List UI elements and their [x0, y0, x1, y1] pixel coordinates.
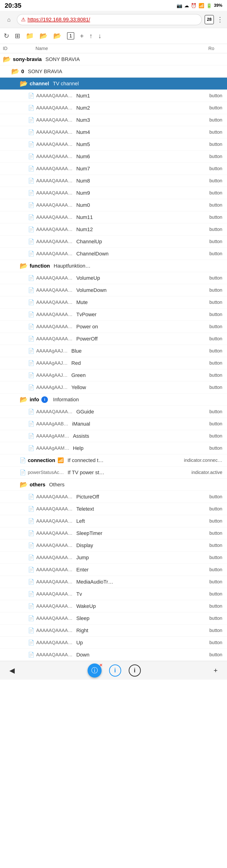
file-desc: Tv: [76, 591, 82, 597]
tree-row[interactable]: 📄AAAAAQAAAA…TvPowerbutton: [0, 309, 227, 321]
file-type: button: [209, 603, 227, 609]
url-bar[interactable]: ⚠ https://192.168.99.33:8081/: [17, 14, 202, 25]
tree-row[interactable]: 📄AAAAAQAAAA…Rightbutton: [0, 624, 227, 637]
tree-row[interactable]: 📄AAAAAgAAM…Assistsbutton: [0, 430, 227, 442]
file-type: button: [209, 166, 227, 171]
file-icon: 📄: [28, 506, 34, 512]
file-desc: VolumeDown: [76, 287, 107, 293]
tree-row[interactable]: 📄AAAAAQAAAA…Num9button: [0, 187, 227, 199]
refresh-button[interactable]: ↻: [4, 32, 9, 40]
file-desc: Right: [76, 627, 88, 633]
tree-row[interactable]: 📄AAAAAQAAAA…Sleepbutton: [0, 612, 227, 624]
warning-icon: ⚠: [21, 17, 26, 23]
home-button[interactable]: ⌂: [4, 14, 14, 25]
active-folder-button[interactable]: 📂: [53, 32, 61, 40]
browser-menu-button[interactable]: ⋮: [217, 16, 223, 23]
tree-row[interactable]: 📄AAAAAQAAAA…WakeUpbutton: [0, 600, 227, 612]
tree-row[interactable]: 📄AAAAAgAAM…Helpbutton: [0, 442, 227, 454]
tree-row[interactable]: 📄AAAAAQAAAA…SleepTimerbutton: [0, 527, 227, 539]
upload-button[interactable]: ↑: [89, 32, 93, 40]
tree-row[interactable]: 📄AAAAAQAAAA…PictureOffbutton: [0, 491, 227, 503]
tree-row[interactable]: 📄AAAAAQAAAA…VolumeDownbutton: [0, 284, 227, 296]
tree-row[interactable]: 📄AAAAAQAAAA…Num7button: [0, 163, 227, 175]
file-label: AAAAAQAAAA…: [36, 579, 73, 585]
file-label: AAAAAQAAAA…: [36, 275, 73, 281]
tree-row[interactable]: 📂functionHauptfunktion…: [0, 260, 227, 272]
file-desc: Num8: [76, 178, 90, 184]
tree-row[interactable]: 📄AAAAAgAAJ…Bluebutton: [0, 345, 227, 357]
tree-row[interactable]: 📄AAAAAQAAAA…Upbutton: [0, 637, 227, 649]
tree-row[interactable]: 📂infoiInformation: [0, 394, 227, 406]
tree-row[interactable]: 📄AAAAAQAAAA…VolumeUpbutton: [0, 272, 227, 284]
file-desc: Display: [76, 542, 93, 549]
grid-button[interactable]: ⊞: [15, 32, 20, 40]
back-button[interactable]: ◀: [9, 666, 15, 675]
tree-row[interactable]: 📄powerStatusAc…If TV power st…indicator.…: [0, 466, 227, 478]
tree-row[interactable]: 📄AAAAAQAAAA…Mutebutton: [0, 296, 227, 309]
tree-row[interactable]: 📄AAAAAQAAAA…Num3button: [0, 114, 227, 126]
tab-count-label: 28: [207, 17, 212, 22]
tree-row[interactable]: 📄AAAAAQAAAA…Enterbutton: [0, 564, 227, 576]
tree-row[interactable]: 📄AAAAAQAAAA…PowerOffbutton: [0, 333, 227, 345]
plus-button[interactable]: +: [214, 666, 218, 675]
tree-row[interactable]: 📂0SONY BRAVIA: [0, 65, 227, 78]
tree-row[interactable]: 📄AAAAAQAAAA…Teletextbutton: [0, 503, 227, 515]
tree-row[interactable]: 📄AAAAAQAAAA…Num1button: [0, 90, 227, 102]
folder-button[interactable]: 📁: [26, 32, 34, 40]
tab-count[interactable]: 28: [204, 15, 214, 24]
file-label: AAAAAgAAJ…: [36, 361, 68, 366]
tree-row[interactable]: 📂sony-braviaSONY BRAVIA: [0, 53, 227, 65]
download-button[interactable]: ↓: [98, 32, 101, 40]
file-type: button: [209, 373, 227, 378]
tree-row[interactable]: 📄AAAAAQAAAA…Power onbutton: [0, 321, 227, 333]
tree-row[interactable]: 📄AAAAAQAAAA…Num2button: [0, 102, 227, 114]
tree-row[interactable]: 📄AAAAAgAAB…iManualbutton: [0, 418, 227, 430]
tree-row[interactable]: 📄AAAAAgAAJ…Yellowbutton: [0, 381, 227, 394]
tree-row[interactable]: 📄AAAAAQAAAA…Num5button: [0, 138, 227, 151]
file-icon: 📄: [28, 348, 34, 354]
file-type: button: [209, 190, 227, 196]
fab-info-button[interactable]: ⓘ ×: [88, 663, 102, 678]
tree-row[interactable]: 📄AAAAAQAAAA…Num0button: [0, 199, 227, 211]
tree-row[interactable]: 📄AAAAAQAAAA…ChannelUpbutton: [0, 236, 227, 248]
url-text: https://192.168.99.33:8081/: [28, 17, 90, 23]
tree-row[interactable]: 📄AAAAAQAAAA…Leftbutton: [0, 515, 227, 527]
file-type: button: [209, 361, 227, 366]
file-type: button: [209, 640, 227, 645]
file-icon: 📄: [28, 542, 34, 549]
file-desc: Enter: [76, 567, 89, 573]
grid-icon: ⊞: [15, 32, 20, 40]
tree-row[interactable]: 📄AAAAAQAAAA…Jumpbutton: [0, 552, 227, 564]
tree-row[interactable]: 📄connection📶If connected t…indicator.con…: [0, 454, 227, 466]
tree-row[interactable]: 📄AAAAAgAAJ…Redbutton: [0, 357, 227, 369]
folder-label: others: [30, 482, 45, 488]
tree-row[interactable]: 📄AAAAAgAAJ…Greenbutton: [0, 369, 227, 381]
tree-row[interactable]: 📂channelTV channel: [0, 78, 227, 90]
file-label: AAAAAQAAAA…: [36, 203, 73, 208]
tree-row[interactable]: 📄AAAAAQAAAA…Num6button: [0, 151, 227, 163]
file-label: AAAAAQAAAA…: [36, 530, 73, 536]
plus-icon: +: [214, 666, 218, 674]
open-folder-button[interactable]: 📂: [39, 32, 47, 40]
tree-row[interactable]: 📄AAAAAQAAAA…ChannelDownbutton: [0, 248, 227, 260]
tree-row[interactable]: 📄AAAAAQAAAA…Num4button: [0, 126, 227, 138]
tree-row[interactable]: 📄AAAAAQAAAA…Num8button: [0, 175, 227, 187]
tree-row[interactable]: 📄AAAAAQAAAA…Tvbutton: [0, 588, 227, 600]
file-desc: Down: [76, 652, 90, 658]
file-icon: 📄: [28, 627, 34, 633]
file-label: AAAAAQAAAA…: [36, 190, 73, 196]
tree-row[interactable]: 📄AAAAAQAAAA…MediaAudioTr…button: [0, 576, 227, 588]
file-type: button: [209, 530, 227, 536]
info-outline-circle-button[interactable]: i: [129, 664, 141, 677]
tree-row[interactable]: 📂othersOthers: [0, 478, 227, 491]
tree-row[interactable]: 📄AAAAAQAAAA…GGuidebutton: [0, 406, 227, 418]
add-button[interactable]: +: [80, 32, 84, 40]
tree-row[interactable]: 📄AAAAAQAAAA…Displaybutton: [0, 539, 227, 552]
file-desc: Help: [73, 445, 84, 451]
file-icon: 📄: [28, 591, 34, 597]
file-type: button: [209, 287, 227, 293]
info-circle-button[interactable]: i: [109, 664, 121, 677]
tree-row[interactable]: 📄AAAAAQAAAA…Num12button: [0, 223, 227, 236]
tree-row[interactable]: 📄AAAAAQAAAA…Downbutton: [0, 649, 227, 661]
tree-row[interactable]: 📄AAAAAQAAAA…Num11button: [0, 211, 227, 223]
